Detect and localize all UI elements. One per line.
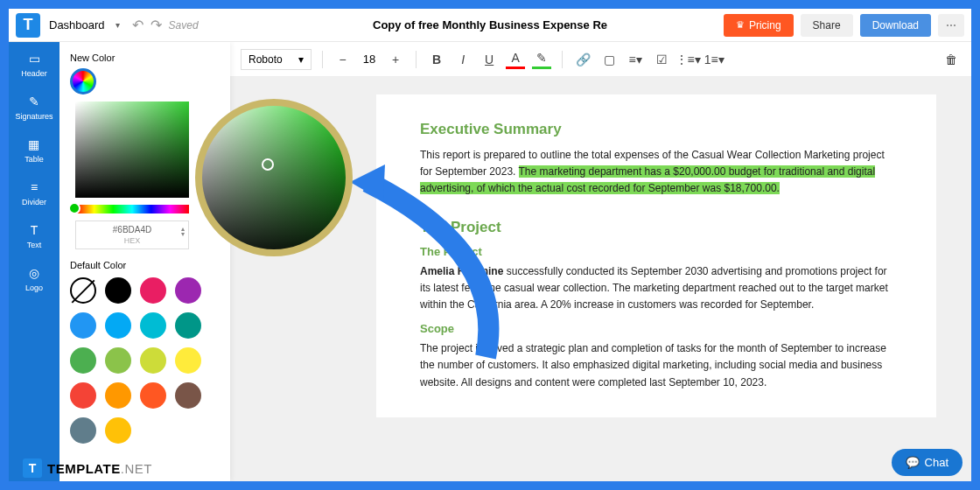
swatch[interactable] (175, 277, 201, 304)
color-swatches (70, 277, 220, 444)
hue-slider[interactable] (75, 205, 189, 214)
hex-input[interactable]: #6BDA4D HEX ▴▾ (75, 220, 189, 249)
swatch[interactable] (105, 417, 131, 444)
sidebar-item-signatures[interactable]: ✎Signatures (15, 94, 52, 121)
decrease-size-button[interactable]: − (333, 50, 353, 69)
app-logo[interactable]: T (16, 13, 40, 38)
picker-cursor-icon (262, 158, 274, 171)
top-bar: T Dashboard ▾ ↶ ↷ Saved Copy of free Mon… (9, 9, 971, 42)
text-icon: T (26, 222, 42, 238)
swatch[interactable] (175, 382, 201, 409)
dashboard-link[interactable]: Dashboard (49, 18, 105, 32)
share-button[interactable]: Share (801, 14, 853, 37)
chat-button[interactable]: 💬Chat (892, 449, 962, 476)
color-picker-panel: New Color #6BDA4D HEX ▴▾ Default Color (60, 42, 230, 481)
heading-executive-summary[interactable]: Executive Summary (420, 121, 892, 138)
increase-size-button[interactable]: + (386, 50, 405, 69)
chat-icon: 💬 (906, 456, 920, 469)
left-sidebar: ▭Header ✎Signatures ▦Table ≡Divider TTex… (9, 42, 60, 481)
swatch[interactable] (140, 347, 166, 374)
text-color-button[interactable]: A (506, 50, 525, 69)
crown-icon: ♛ (736, 19, 745, 31)
brand-watermark: T TEMPLATE.NET (23, 458, 152, 478)
swatch[interactable] (140, 277, 166, 304)
checklist-button[interactable]: ☑ (652, 50, 671, 69)
hue-handle[interactable] (68, 202, 80, 214)
swatch[interactable] (70, 417, 96, 444)
color-wheel-icon[interactable] (70, 68, 96, 94)
link-button[interactable]: 🔗 (573, 50, 592, 69)
magnifier-callout (195, 99, 353, 256)
stepper-icon[interactable]: ▴▾ (181, 227, 185, 237)
logo-icon: ◎ (26, 265, 42, 281)
swatch[interactable] (175, 312, 201, 339)
arrow-annotation (350, 164, 508, 366)
document-title[interactable]: Copy of free Monthly Business Expense Re (373, 18, 607, 32)
italic-button[interactable]: I (453, 50, 472, 69)
swatch[interactable] (175, 347, 201, 374)
chevron-down-icon: ▾ (298, 53, 304, 66)
svg-marker-0 (350, 164, 385, 201)
delete-button[interactable]: 🗑 (942, 50, 961, 69)
swatch[interactable] (70, 347, 96, 374)
saturation-gradient[interactable] (75, 102, 189, 198)
signature-icon: ✎ (26, 94, 42, 109)
download-button[interactable]: Download (860, 14, 931, 37)
new-color-label: New Color (70, 52, 220, 63)
underline-button[interactable]: U (480, 50, 499, 69)
swatch[interactable] (105, 347, 131, 374)
swatch[interactable] (70, 382, 96, 409)
swatch[interactable] (105, 312, 131, 339)
image-button[interactable]: ▢ (599, 50, 619, 69)
divider-icon: ≡ (26, 179, 42, 195)
font-size-input[interactable]: 18 (360, 52, 379, 66)
table-icon: ▦ (26, 136, 42, 152)
swatch[interactable] (140, 312, 166, 339)
swatch[interactable] (105, 277, 131, 304)
swatch[interactable] (140, 382, 166, 409)
undo-icon[interactable]: ↶ (132, 17, 144, 33)
saved-status: Saved (169, 19, 199, 32)
format-toolbar: Roboto▾ − 18 + B I U A ✎ 🔗 ▢ ≡▾ ☑ ⋮≡ (230, 42, 971, 77)
bold-button[interactable]: B (427, 50, 446, 69)
swatch-none[interactable] (70, 277, 96, 304)
redo-icon[interactable]: ↷ (150, 17, 162, 33)
pricing-button[interactable]: ♛Pricing (724, 14, 794, 37)
font-select[interactable]: Roboto▾ (241, 49, 312, 70)
bullet-list-button[interactable]: ⋮≡▾ (678, 50, 697, 69)
default-color-label: Default Color (70, 260, 220, 270)
swatch[interactable] (70, 312, 96, 339)
highlight-button[interactable]: ✎ (532, 50, 551, 69)
more-button[interactable]: ⋯ (938, 14, 964, 37)
chevron-down-icon[interactable]: ▾ (116, 20, 120, 30)
sidebar-item-text[interactable]: TText (26, 222, 42, 249)
brand-logo-icon: T (23, 458, 42, 478)
align-button[interactable]: ≡▾ (626, 50, 645, 69)
header-icon: ▭ (26, 51, 42, 66)
number-list-button[interactable]: 1≡▾ (704, 50, 724, 69)
sidebar-item-table[interactable]: ▦Table (24, 136, 44, 164)
sidebar-item-logo[interactable]: ◎Logo (25, 265, 43, 292)
swatch[interactable] (105, 382, 131, 409)
sidebar-item-header[interactable]: ▭Header (21, 51, 47, 78)
sidebar-item-divider[interactable]: ≡Divider (22, 179, 46, 206)
